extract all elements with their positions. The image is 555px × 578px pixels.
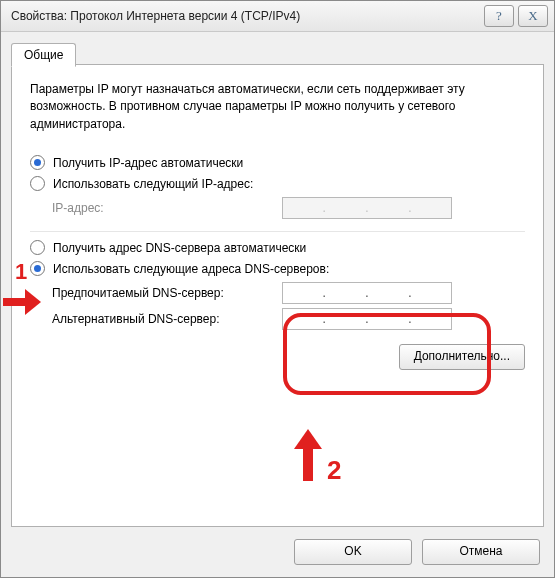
ip-auto-row[interactable]: Получить IP-адрес автоматически bbox=[30, 155, 525, 170]
advanced-row: Дополнительно... bbox=[30, 344, 525, 370]
dialog-body: Общие Параметры IP могут назначаться авт… bbox=[11, 41, 544, 527]
ip-manual-row[interactable]: Использовать следующий IP-адрес: bbox=[30, 176, 525, 191]
ip-address-label: IP-адрес: bbox=[52, 201, 282, 215]
advanced-button[interactable]: Дополнительно... bbox=[399, 344, 525, 370]
ok-button[interactable]: OK bbox=[294, 539, 412, 565]
help-button[interactable]: ? bbox=[484, 5, 514, 27]
alternate-dns-input[interactable]: ... bbox=[282, 308, 452, 330]
preferred-dns-label: Предпочитаемый DNS-сервер: bbox=[52, 286, 282, 300]
radio-ip-manual-label: Использовать следующий IP-адрес: bbox=[53, 177, 253, 191]
alternate-dns-label: Альтернативный DNS-сервер: bbox=[52, 312, 282, 326]
radio-ip-auto[interactable] bbox=[30, 155, 45, 170]
alternate-dns-field: Альтернативный DNS-сервер: ... bbox=[52, 308, 525, 330]
dns-auto-row[interactable]: Получить адрес DNS-сервера автоматически bbox=[30, 240, 525, 255]
radio-ip-manual[interactable] bbox=[30, 176, 45, 191]
radio-dns-manual-label: Использовать следующие адреса DNS-сервер… bbox=[53, 262, 329, 276]
window-title: Свойства: Протокол Интернета версии 4 (T… bbox=[11, 9, 480, 23]
ip-address-field: IP-адрес: ... bbox=[52, 197, 525, 219]
radio-dns-auto-label: Получить адрес DNS-сервера автоматически bbox=[53, 241, 306, 255]
separator bbox=[30, 231, 525, 232]
close-button[interactable]: X bbox=[518, 5, 548, 27]
title-bar: Свойства: Протокол Интернета версии 4 (T… bbox=[1, 1, 554, 32]
description-text: Параметры IP могут назначаться автоматич… bbox=[30, 81, 525, 133]
radio-ip-auto-label: Получить IP-адрес автоматически bbox=[53, 156, 243, 170]
properties-dialog: Свойства: Протокол Интернета версии 4 (T… bbox=[0, 0, 555, 578]
tab-strip: Общие bbox=[11, 41, 544, 65]
radio-dns-auto[interactable] bbox=[30, 240, 45, 255]
preferred-dns-field: Предпочитаемый DNS-сервер: ... bbox=[52, 282, 525, 304]
dialog-footer: OK Отмена bbox=[294, 539, 540, 565]
preferred-dns-input[interactable]: ... bbox=[282, 282, 452, 304]
tab-general[interactable]: Общие bbox=[11, 43, 76, 67]
radio-dns-manual[interactable] bbox=[30, 261, 45, 276]
cancel-button[interactable]: Отмена bbox=[422, 539, 540, 565]
tab-panel-general: Параметры IP могут назначаться автоматич… bbox=[11, 64, 544, 527]
ip-address-input: ... bbox=[282, 197, 452, 219]
dns-manual-row[interactable]: Использовать следующие адреса DNS-сервер… bbox=[30, 261, 525, 276]
